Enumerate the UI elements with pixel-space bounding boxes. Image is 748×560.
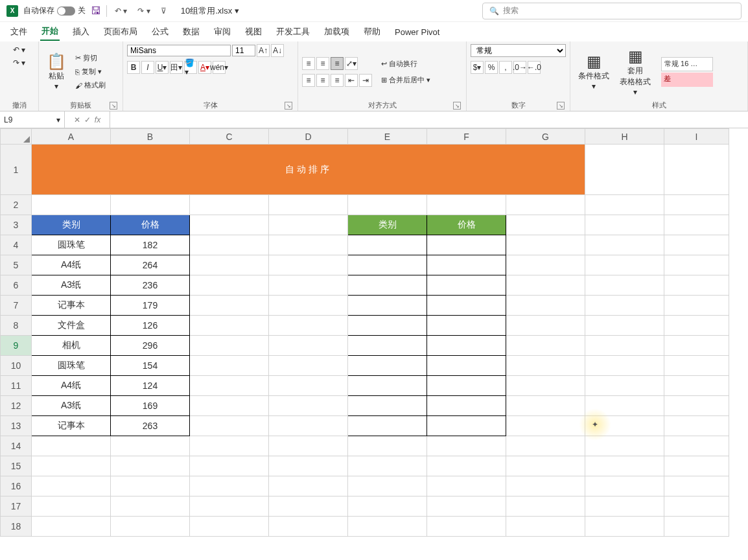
cell-H8[interactable] [585, 316, 664, 336]
cell-C3[interactable] [190, 215, 269, 235]
table-format-button[interactable]: ▦ 套用 表格格式▾ [616, 46, 655, 98]
cell-I17[interactable] [664, 496, 729, 517]
cell-H4[interactable] [585, 235, 664, 255]
row-header-1[interactable]: 1 [1, 145, 32, 195]
cell-I18[interactable] [664, 517, 729, 537]
cell-style-normal[interactable]: 常规 16 … [661, 57, 713, 71]
cell-F7[interactable] [427, 296, 506, 316]
cell-A17[interactable] [32, 496, 111, 517]
merge-center-button[interactable]: ⊞ 合并后居中 ▾ [379, 74, 433, 86]
row-header-9[interactable]: 9 [1, 336, 32, 356]
cell-D5[interactable] [269, 255, 348, 275]
row-header-2[interactable]: 2 [1, 195, 32, 215]
cell-F8[interactable] [427, 316, 506, 336]
tab-help[interactable]: 帮助 [362, 23, 382, 40]
cell-F11[interactable] [427, 376, 506, 396]
cell-B8[interactable]: 126 [111, 316, 190, 336]
cell-B10[interactable]: 154 [111, 356, 190, 376]
row-header-16[interactable]: 16 [1, 476, 32, 496]
cell-I15[interactable] [664, 456, 729, 476]
col-header-C[interactable]: C [190, 129, 269, 145]
col-header-F[interactable]: F [427, 129, 506, 145]
row-header-17[interactable]: 17 [1, 496, 32, 517]
cell-E6[interactable] [348, 275, 427, 296]
cell-E16[interactable] [348, 476, 427, 496]
cell-H7[interactable] [585, 296, 664, 316]
cell-E17[interactable] [348, 496, 427, 517]
cell-A8[interactable]: 文件盒 [32, 316, 111, 336]
cell-B13[interactable]: 263 [111, 416, 190, 436]
col-header-I[interactable]: I [664, 129, 729, 145]
cell-H13[interactable] [585, 416, 664, 436]
format-painter-button[interactable]: 🖌格式刷 [73, 79, 108, 91]
cell-I8[interactable] [664, 316, 729, 336]
cell-H12[interactable] [585, 396, 664, 416]
cell-F4[interactable] [427, 235, 506, 255]
cell-B18[interactable] [111, 517, 190, 537]
fx-icon[interactable]: fx [95, 115, 100, 124]
cell-I7[interactable] [664, 296, 729, 316]
tab-addins[interactable]: 加载项 [323, 23, 351, 40]
cell-G12[interactable] [506, 396, 585, 416]
cell-C11[interactable] [190, 376, 269, 396]
clipboard-launcher[interactable]: ↘ [110, 102, 117, 110]
cell-F18[interactable] [427, 517, 506, 537]
spreadsheet-grid[interactable]: ABCDEFGHI1自动排序23类别价格类别价格4圆珠笔1825A4纸2646A… [0, 128, 748, 537]
cell-E11[interactable] [348, 376, 427, 396]
cell-B4[interactable]: 182 [111, 235, 190, 255]
cell-I6[interactable] [664, 275, 729, 296]
cell-A7[interactable]: 记事本 [32, 296, 111, 316]
cell-B6[interactable]: 236 [111, 275, 190, 296]
cell-I12[interactable] [664, 396, 729, 416]
cell-A5[interactable]: A4纸 [32, 255, 111, 275]
cell-style-bad[interactable]: 差 [661, 73, 713, 87]
cell-C10[interactable] [190, 356, 269, 376]
undo-ribbon[interactable]: ↶ ▾ [10, 44, 28, 56]
cell-E13[interactable] [348, 416, 427, 436]
cell-C12[interactable] [190, 396, 269, 416]
cell-E14[interactable] [348, 436, 427, 456]
cell-C9[interactable] [190, 336, 269, 356]
cell-E15[interactable] [348, 456, 427, 476]
cell-G14[interactable] [506, 436, 585, 456]
cell-F16[interactable] [427, 476, 506, 496]
cell-D12[interactable] [269, 396, 348, 416]
cell-C13[interactable] [190, 416, 269, 436]
cell-C14[interactable] [190, 436, 269, 456]
cell-A14[interactable] [32, 436, 111, 456]
cell-A2[interactable] [32, 195, 111, 215]
comma-button[interactable]: , [499, 61, 512, 74]
cell-G2[interactable] [506, 195, 585, 215]
search-input[interactable]: 🔍 搜索 [482, 3, 742, 19]
title-cell[interactable]: 自动排序 [32, 145, 585, 195]
cell-D18[interactable] [269, 517, 348, 537]
orientation[interactable]: ⤢▾ [345, 57, 358, 70]
cell-I9[interactable] [664, 336, 729, 356]
cell-E3[interactable]: 类别 [348, 215, 427, 235]
cell-A3[interactable]: 类别 [32, 215, 111, 235]
cell-F12[interactable] [427, 396, 506, 416]
align-launcher[interactable]: ↘ [453, 102, 461, 110]
row-header-6[interactable]: 6 [1, 275, 32, 296]
formula-input[interactable] [110, 111, 748, 128]
cell-G11[interactable] [506, 376, 585, 396]
cell-F3[interactable]: 价格 [427, 215, 506, 235]
cell-H2[interactable] [585, 195, 664, 215]
cell-G8[interactable] [506, 316, 585, 336]
cell-F5[interactable] [427, 255, 506, 275]
col-header-G[interactable]: G [506, 129, 585, 145]
cell-C18[interactable] [190, 517, 269, 537]
cell-E18[interactable] [348, 517, 427, 537]
cell-A4[interactable]: 圆珠笔 [32, 235, 111, 255]
cell-E4[interactable] [348, 235, 427, 255]
cell-D6[interactable] [269, 275, 348, 296]
row-header-18[interactable]: 18 [1, 517, 32, 537]
cell-I14[interactable] [664, 436, 729, 456]
tab-powerpivot[interactable]: Power Pivot [393, 25, 441, 40]
cell-G17[interactable] [506, 496, 585, 517]
undo-button[interactable]: ↶ ▾ [112, 5, 130, 17]
cell-I5[interactable] [664, 255, 729, 275]
cell-G18[interactable] [506, 517, 585, 537]
cell-I11[interactable] [664, 376, 729, 396]
number-launcher[interactable]: ↘ [557, 102, 565, 110]
